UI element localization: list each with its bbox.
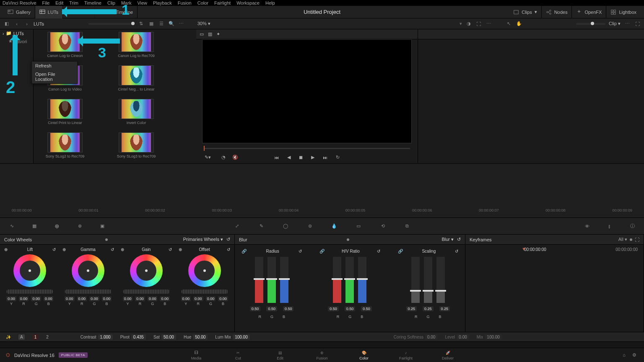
lut-item[interactable]: Canon Log to Rec709 (109, 32, 164, 58)
hue-value[interactable]: 50.00 (193, 334, 208, 340)
nodes-button[interactable]: Nodes (542, 6, 572, 18)
page-dot[interactable] (105, 238, 108, 241)
level-value[interactable]: 0.00 (457, 334, 469, 340)
menu-help[interactable]: Help (265, 0, 275, 5)
view-list-icon[interactable]: ☰ (158, 21, 165, 27)
lut-item[interactable]: Sony SLog3 to Rec709 (109, 132, 164, 158)
highlight-icon[interactable]: ◑ (465, 21, 472, 27)
gallery-button[interactable]: Gallery (3, 6, 35, 18)
step-back-icon[interactable]: ◀ (287, 155, 291, 160)
link-icon[interactable]: 🔗 (398, 249, 403, 253)
picker-a-icon[interactable]: A (18, 334, 25, 340)
menu-timeline[interactable]: Timeline (84, 0, 101, 5)
reset-icon[interactable]: ↺ (52, 247, 56, 252)
loop-icon[interactable]: ↻ (336, 155, 340, 160)
key-icon[interactable]: ▭ (353, 221, 364, 231)
luts-button[interactable]: LUTs (35, 6, 63, 18)
menu-trim[interactable]: Trim (69, 0, 78, 5)
viewer-mode-2-icon[interactable]: ▥ (208, 31, 212, 37)
blur-value[interactable]: 0.50 (361, 306, 372, 311)
clips-button[interactable]: Clips ▾ (509, 6, 541, 18)
pivot-value[interactable]: 0.435 (131, 334, 146, 340)
reset-icon[interactable]: ↺ (455, 249, 458, 253)
lut-item[interactable]: Cintel Print to Linear (38, 99, 92, 125)
page-edit[interactable]: ▤Edit (267, 350, 293, 360)
jog-wheel[interactable] (65, 290, 111, 294)
nav-back-icon[interactable]: ‹ (13, 21, 20, 27)
menu-fairlight[interactable]: Fairlight (214, 0, 231, 5)
blur-slider[interactable] (255, 257, 263, 303)
stabilize-tool-icon[interactable]: ▣ (97, 221, 107, 231)
expand-icon-2[interactable]: ⛶ (634, 21, 641, 27)
blur-value[interactable]: 0.25 (406, 306, 417, 311)
menu-view[interactable]: View (137, 0, 147, 5)
blur-slider[interactable] (358, 257, 366, 303)
search-icon[interactable]: 🔍 (168, 21, 175, 27)
openfx-button[interactable]: OpenFX (572, 6, 606, 18)
reset-icon[interactable]: ↺ (169, 247, 172, 252)
wheel-picker-icon[interactable]: ⊕ (179, 247, 182, 252)
context-open-location[interactable]: Open File Location (32, 70, 77, 83)
reset-icon[interactable]: ↺ (226, 237, 230, 242)
sizing-icon[interactable]: ⟲ (378, 221, 388, 231)
reset-icon[interactable]: ↺ (299, 249, 302, 253)
auto-icon[interactable]: ✨ (6, 335, 11, 339)
lut-item[interactable]: Invert Color (109, 99, 164, 125)
warper-tool-icon[interactable]: ▩ (29, 221, 39, 231)
kf-expand-icon[interactable]: ⛶ (635, 237, 639, 242)
node-zoom-slider[interactable] (576, 23, 605, 25)
blur-slider[interactable] (436, 257, 445, 303)
bypass-icon[interactable]: ✎▾ (205, 155, 211, 160)
go-first-icon[interactable]: ⏮ (274, 155, 279, 160)
curves2-icon[interactable]: ⤢ (232, 221, 242, 231)
menu-workspace[interactable]: Workspace (236, 0, 260, 5)
info-icon[interactable]: ⓘ (627, 221, 637, 231)
lummix-value[interactable]: 100.00 (233, 334, 250, 340)
picker-icon[interactable]: ✎ (256, 221, 266, 231)
lut-item[interactable]: Sony SLog2 to Rec709 (38, 132, 92, 158)
menu-edit[interactable]: Edit (55, 0, 63, 5)
sort-icon[interactable]: ⇅ (138, 21, 145, 27)
gear-icon[interactable]: ⚙ (632, 352, 636, 358)
mediapool-button[interactable]: Media Pool (63, 6, 95, 18)
color-wheel[interactable] (72, 254, 104, 287)
tree-root[interactable]: › 📁 LUTs (0, 29, 33, 37)
menu-file[interactable]: File (42, 0, 50, 5)
mute-icon[interactable]: 🔇 (232, 155, 238, 160)
keyframes-filter[interactable]: All ▾ (618, 237, 627, 242)
blur-value[interactable]: 0.50 (283, 306, 294, 311)
lut-item[interactable]: Canon Log to Cineon (38, 32, 92, 58)
page-media[interactable]: 🎞Media (184, 350, 209, 360)
sidebar-toggle-icon[interactable]: ◧ (3, 21, 10, 27)
thumb-size-slider[interactable] (88, 23, 135, 25)
reset-icon[interactable]: ↺ (227, 247, 230, 252)
blur-slider[interactable] (333, 257, 341, 303)
menu-fusion[interactable]: Fusion (178, 0, 192, 5)
viewer-mode-1-icon[interactable]: ▭ (200, 31, 204, 37)
more-icon-3[interactable]: ⋯ (624, 21, 631, 27)
blur-mode[interactable]: Blur ▾ (441, 237, 454, 242)
mix-value[interactable]: 100.00 (485, 334, 502, 340)
thumbnail-timeline[interactable]: 00:00:00:0000:00:00:0100:00:00:0200:00:0… (0, 163, 644, 218)
page-deliver[interactable]: 🚀Deliver (435, 350, 460, 360)
tree-favorites[interactable]: ★ Favorites (0, 37, 33, 45)
more-icon-2[interactable]: ⋯ (486, 21, 492, 27)
timeline-toggle-button[interactable]: Timeline (103, 6, 138, 18)
viewer-canvas[interactable] (202, 39, 412, 143)
menu-mark[interactable]: Mark (121, 0, 131, 5)
color-wheel[interactable] (188, 254, 221, 287)
blur-value[interactable]: 0.50 (345, 306, 356, 311)
page-fusion[interactable]: ⊛Fusion (309, 350, 335, 360)
window-icon[interactable]: ◯ (280, 221, 291, 231)
qualifier-tool-icon[interactable]: ◎ (52, 221, 62, 231)
wheel-picker-icon[interactable]: ⊕ (121, 247, 124, 252)
page-cut[interactable]: ✂Cut (226, 350, 251, 360)
color-wheel[interactable] (130, 254, 163, 287)
page-color[interactable]: 🎨Color (351, 350, 377, 360)
jog-wheel[interactable] (7, 290, 53, 294)
pointer-icon[interactable]: ↖ (506, 21, 512, 27)
stop-icon[interactable]: ◼ (299, 155, 303, 160)
blur-slider[interactable] (424, 257, 432, 303)
reset-icon[interactable]: ↺ (457, 237, 461, 242)
viewer-wand-icon[interactable]: ✦ (216, 31, 220, 37)
